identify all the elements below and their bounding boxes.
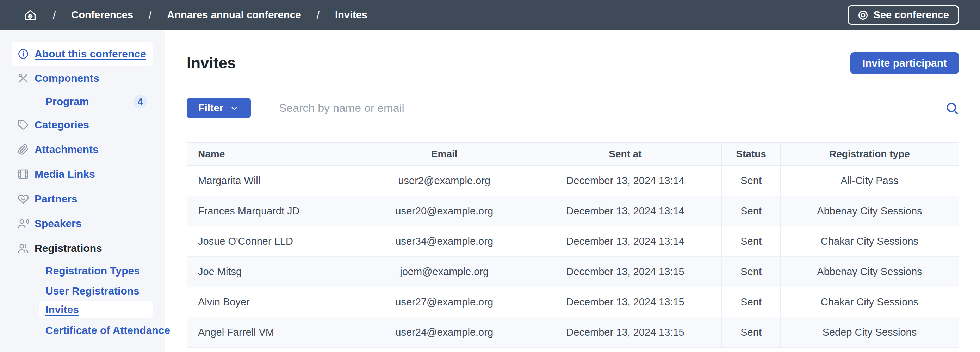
sidebar-item-label: Attachments: [35, 144, 99, 155]
cell-registration-type: All-City Pass: [780, 166, 959, 196]
table-row: Angel Farrell VM user24@example.org Dece…: [187, 317, 959, 348]
column-header-sent-at: Sent at: [529, 143, 722, 166]
table-header-row: Name Email Sent at Status Registration t…: [187, 143, 959, 166]
cell-registration-type: Abbenay City Sessions: [780, 196, 959, 226]
cell-name: Joe Mitsg: [187, 257, 360, 287]
sidebar-item-label: About this conference: [35, 48, 146, 60]
column-header-name: Name: [187, 143, 360, 166]
filter-button-label: Filter: [198, 102, 223, 114]
sidebar-item-label: Registration Types: [45, 265, 140, 277]
sidebar-item-label: Components: [35, 72, 99, 84]
sidebar-item-certificate-of-attendance[interactable]: Certificate of Attendance: [0, 321, 164, 340]
sidebar-item-label: Categories: [35, 119, 89, 131]
cell-status: Sent: [722, 287, 781, 317]
eye-icon: [858, 10, 869, 21]
cell-registration-type: Sedep City Sessions: [780, 317, 959, 348]
tools-icon: [18, 73, 29, 84]
cell-sent-at: December 13, 2024 13:15: [529, 257, 722, 287]
cell-status: Sent: [722, 257, 781, 287]
breadcrumb-invites[interactable]: Invites: [335, 9, 368, 21]
group-icon: [18, 243, 29, 254]
cell-sent-at: December 13, 2024 13:14: [529, 226, 722, 257]
sidebar-item-media-links[interactable]: Media Links: [0, 162, 164, 187]
cell-email: user24@example.org: [360, 317, 529, 348]
table-row: Frances Marquardt JD user20@example.org …: [187, 196, 959, 226]
breadcrumb: / Conferences / Annares annual conferenc…: [23, 8, 368, 22]
cell-status: Sent: [722, 317, 781, 348]
cell-registration-type: Chakar City Sessions: [780, 226, 959, 257]
sidebar-item-user-registrations[interactable]: User Registrations: [0, 281, 164, 301]
paperclip-icon: [18, 144, 29, 155]
cell-name: Margarita Will: [187, 166, 360, 196]
column-header-status: Status: [722, 143, 781, 166]
table-row: Margarita Will user2@example.org Decembe…: [187, 166, 959, 196]
sidebar-item-about-this-conference[interactable]: About this conference: [12, 42, 153, 66]
sidebar-item-invites[interactable]: Invites: [40, 301, 153, 318]
hand-heart-icon: [18, 193, 29, 205]
invite-participant-button[interactable]: Invite participant: [850, 52, 959, 74]
invites-table: Name Email Sent at Status Registration t…: [187, 142, 959, 348]
see-conference-label: See conference: [873, 9, 949, 21]
sidebar-item-attachments[interactable]: Attachments: [0, 137, 164, 162]
title-divider: [187, 86, 959, 86]
breadcrumb-separator: /: [149, 9, 151, 21]
cell-name: Frances Marquardt JD: [187, 196, 360, 226]
breadcrumb-conference-name[interactable]: Annares annual conference: [167, 9, 301, 21]
cell-sent-at: December 13, 2024 13:15: [529, 317, 722, 348]
cell-sent-at: December 13, 2024 13:15: [529, 287, 722, 317]
sidebar-item-speakers[interactable]: Speakers: [0, 211, 164, 236]
cell-registration-type: Abbenay City Sessions: [780, 257, 959, 287]
sidebar-item-program[interactable]: Program 4: [0, 91, 164, 112]
breadcrumb-separator: /: [317, 9, 320, 21]
cell-name: Angel Farrell VM: [187, 317, 360, 348]
sidebar: About this conference Components Program…: [0, 30, 164, 352]
page-title: Invites: [187, 54, 235, 72]
sidebar-item-categories[interactable]: Categories: [0, 112, 164, 137]
cell-name: Alvin Boyer: [187, 287, 360, 317]
cell-email: joem@example.org: [360, 257, 529, 287]
cell-email: user2@example.org: [360, 166, 529, 196]
search-input[interactable]: [279, 102, 939, 115]
cell-email: user20@example.org: [360, 196, 529, 226]
sidebar-item-registrations[interactable]: Registrations: [0, 236, 164, 261]
cell-status: Sent: [722, 196, 781, 226]
cell-email: user27@example.org: [360, 287, 529, 317]
search-icon[interactable]: [945, 102, 959, 115]
cell-name: Josue O'Conner LLD: [187, 226, 360, 257]
sidebar-item-label: Program: [45, 96, 89, 107]
program-count-badge: 4: [134, 95, 147, 108]
table-row: Josue O'Conner LLD user34@example.org De…: [187, 226, 959, 257]
info-icon: [18, 48, 29, 59]
chevron-down-icon: [230, 103, 239, 113]
cell-registration-type: Chakar City Sessions: [780, 287, 959, 317]
column-header-registration-type: Registration type: [780, 143, 959, 166]
sidebar-item-label: Partners: [35, 193, 78, 205]
home-gear-icon[interactable]: [23, 8, 37, 22]
sidebar-item-components[interactable]: Components: [0, 66, 164, 91]
sidebar-item-label: Invites: [45, 304, 79, 316]
sidebar-item-label: Registrations: [35, 242, 102, 254]
see-conference-button[interactable]: See conference: [848, 5, 959, 25]
sidebar-item-label: Media Links: [35, 168, 95, 180]
cell-status: Sent: [722, 166, 781, 196]
cell-status: Sent: [722, 226, 781, 257]
main-content: Invites Invite participant Filter: [164, 30, 980, 352]
cell-sent-at: December 13, 2024 13:14: [529, 196, 722, 226]
table-row: Alvin Boyer user27@example.org December …: [187, 287, 959, 317]
sidebar-item-label: Speakers: [35, 218, 81, 230]
cell-sent-at: December 13, 2024 13:14: [529, 166, 722, 196]
column-header-email: Email: [360, 143, 529, 166]
sidebar-item-label: User Registrations: [45, 285, 140, 297]
table-row: Joe Mitsg joem@example.org December 13, …: [187, 257, 959, 287]
film-icon: [18, 169, 29, 180]
cell-email: user34@example.org: [360, 226, 529, 257]
sidebar-item-label: Certificate of Attendance: [45, 325, 170, 336]
tag-icon: [18, 119, 29, 131]
filter-button[interactable]: Filter: [187, 98, 251, 118]
sidebar-item-registration-types[interactable]: Registration Types: [0, 261, 164, 281]
filter-toolbar: Filter: [187, 98, 959, 118]
breadcrumb-conferences[interactable]: Conferences: [71, 9, 133, 21]
user-voice-icon: [18, 218, 29, 229]
sidebar-item-partners[interactable]: Partners: [0, 187, 164, 211]
breadcrumb-separator: /: [53, 9, 56, 21]
